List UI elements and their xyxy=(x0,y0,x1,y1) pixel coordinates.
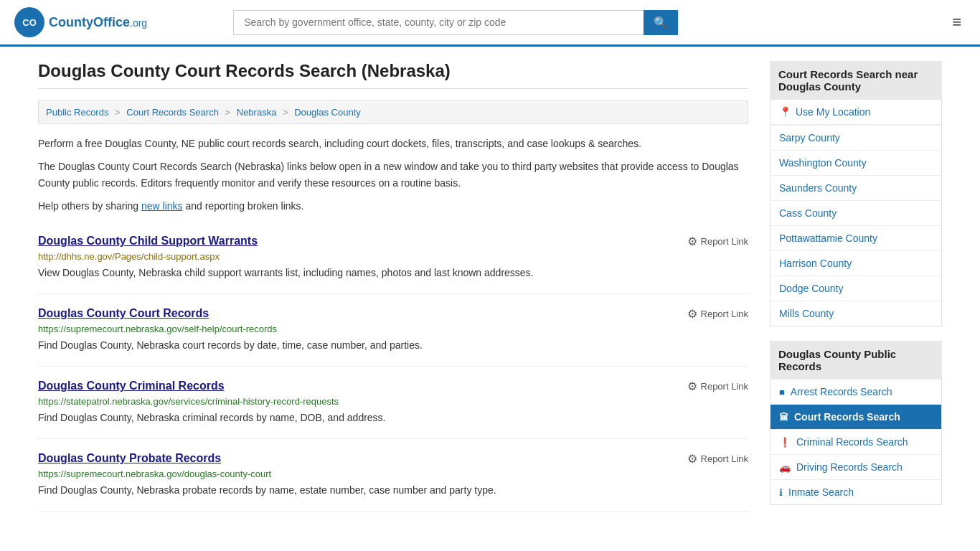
sidebar-item-sarpy[interactable]: Sarpy County xyxy=(771,126,941,151)
breadcrumb-public-records[interactable]: Public Records xyxy=(46,107,108,118)
result-url-3[interactable]: https://statepatrol.nebraska.gov/service… xyxy=(38,396,748,407)
criminal-records-icon: ❗ xyxy=(779,437,791,448)
sidebar-item-criminal-records[interactable]: ❗ Criminal Records Search xyxy=(771,430,941,455)
result-card-1: Douglas County Child Support Warrants ⚙ … xyxy=(38,222,748,294)
report-link-label-1: Report Link xyxy=(701,236,748,247)
sidebar-public-records-section: Douglas County Public Records ■ Arrest R… xyxy=(770,341,942,505)
court-records-link[interactable]: 🏛 Court Records Search xyxy=(771,405,941,429)
sidebar-item-arrest-records[interactable]: ■ Arrest Records Search xyxy=(771,380,941,405)
logo-text: CountyOffice.org xyxy=(49,15,147,30)
pottawattamie-county-link[interactable]: Pottawattamie County xyxy=(771,226,941,250)
breadcrumb-sep-1: > xyxy=(115,107,121,118)
new-links-link[interactable]: new links xyxy=(141,200,183,212)
sidebar-nearby-heading: Court Records Search near Douglas County xyxy=(770,61,942,100)
sidebar-item-pottawattamie[interactable]: Pottawattamie County xyxy=(771,226,941,251)
logo-icon: CO xyxy=(14,7,44,37)
arrest-records-icon: ■ xyxy=(779,387,785,397)
criminal-records-label: Criminal Records Search xyxy=(796,436,908,448)
report-link-btn-2[interactable]: ⚙ Report Link xyxy=(687,307,748,321)
harrison-county-link[interactable]: Harrison County xyxy=(771,251,941,276)
saunders-county-link[interactable]: Saunders County xyxy=(771,176,941,200)
result-header-3: Douglas County Criminal Records ⚙ Report… xyxy=(38,380,748,393)
criminal-records-link[interactable]: ❗ Criminal Records Search xyxy=(771,430,941,454)
result-card-3: Douglas County Criminal Records ⚙ Report… xyxy=(38,367,748,439)
result-title-1[interactable]: Douglas County Child Support Warrants xyxy=(38,235,258,248)
result-header-4: Douglas County Probate Records ⚙ Report … xyxy=(38,452,748,466)
result-desc-2: Find Douglas County, Nebraska court reco… xyxy=(38,338,748,353)
breadcrumb-nebraska[interactable]: Nebraska xyxy=(237,107,277,118)
search-bar: 🔍 xyxy=(233,10,678,35)
result-title-4[interactable]: Douglas County Probate Records xyxy=(38,452,221,465)
result-card-2: Douglas County Court Records ⚙ Report Li… xyxy=(38,294,748,367)
sarpy-county-link[interactable]: Sarpy County xyxy=(771,126,941,150)
report-link-btn-4[interactable]: ⚙ Report Link xyxy=(687,452,748,466)
court-records-label: Court Records Search xyxy=(794,411,900,423)
result-desc-1: View Douglas County, Nebraska child supp… xyxy=(38,265,748,281)
use-location-link[interactable]: 📍 Use My Location xyxy=(771,100,941,125)
sidebar-public-records-list: ■ Arrest Records Search 🏛 Court Records … xyxy=(770,380,942,505)
cass-county-link[interactable]: Cass County xyxy=(771,201,941,225)
inmate-search-link[interactable]: ℹ Inmate Search xyxy=(771,480,941,504)
report-link-btn-1[interactable]: ⚙ Report Link xyxy=(687,235,748,248)
arrest-records-link[interactable]: ■ Arrest Records Search xyxy=(771,380,941,404)
driving-records-label: Driving Records Search xyxy=(796,461,903,473)
intro-paragraph-2: The Douglas County Court Records Search … xyxy=(38,159,748,191)
breadcrumb: Public Records > Court Records Search > … xyxy=(38,100,748,124)
dodge-county-link[interactable]: Dodge County xyxy=(771,276,941,301)
use-location-label: Use My Location xyxy=(796,106,870,118)
result-url-4[interactable]: https://supremecourt.nebraska.gov/dougla… xyxy=(38,468,748,479)
result-url-1[interactable]: http://dhhs.ne.gov/Pages/child-support.a… xyxy=(38,251,748,262)
site-header: CO CountyOffice.org 🔍 ≡ xyxy=(0,0,980,47)
inmate-search-icon: ℹ xyxy=(779,487,783,498)
sidebar-nearby-list: 📍 Use My Location Sarpy County Washingto… xyxy=(770,100,942,326)
sidebar-item-harrison[interactable]: Harrison County xyxy=(771,251,941,276)
breadcrumb-douglas-county[interactable]: Douglas County xyxy=(294,107,361,118)
search-input[interactable] xyxy=(233,10,644,35)
report-link-label-4: Report Link xyxy=(701,453,748,464)
report-icon-3: ⚙ xyxy=(687,380,697,393)
site-logo[interactable]: CO CountyOffice.org xyxy=(14,7,147,37)
report-link-btn-3[interactable]: ⚙ Report Link xyxy=(687,380,748,393)
header-right: ≡ xyxy=(948,9,966,36)
page-title: Douglas County Court Records Search (Neb… xyxy=(38,61,748,89)
sidebar-item-saunders[interactable]: Saunders County xyxy=(771,176,941,201)
sidebar-item-washington[interactable]: Washington County xyxy=(771,151,941,176)
driving-records-icon: 🚗 xyxy=(779,462,791,473)
driving-records-link[interactable]: 🚗 Driving Records Search xyxy=(771,455,941,479)
breadcrumb-court-records-search[interactable]: Court Records Search xyxy=(126,107,219,118)
report-icon-2: ⚙ xyxy=(687,307,697,321)
sidebar-item-mills[interactable]: Mills County xyxy=(771,301,941,326)
location-pin-icon: 📍 xyxy=(779,106,791,118)
inmate-search-label: Inmate Search xyxy=(788,486,854,498)
sidebar-item-inmate-search[interactable]: ℹ Inmate Search xyxy=(771,480,941,504)
report-icon-1: ⚙ xyxy=(687,235,697,248)
content-area: Douglas County Court Records Search (Neb… xyxy=(38,61,748,519)
result-card-4: Douglas County Probate Records ⚙ Report … xyxy=(38,439,748,512)
sidebar-public-records-heading: Douglas County Public Records xyxy=(770,341,942,380)
intro-paragraph-1: Perform a free Douglas County, NE public… xyxy=(38,136,748,151)
menu-button[interactable]: ≡ xyxy=(948,9,966,36)
breadcrumb-sep-3: > xyxy=(283,107,288,118)
sidebar-use-location[interactable]: 📍 Use My Location xyxy=(771,100,941,126)
sidebar-nearby-section: Court Records Search near Douglas County… xyxy=(770,61,942,326)
intro-prefix: Help others by sharing xyxy=(38,200,141,212)
result-desc-3: Find Douglas County, Nebraska criminal r… xyxy=(38,410,748,425)
result-title-2[interactable]: Douglas County Court Records xyxy=(38,307,209,320)
result-desc-4: Find Douglas County, Nebraska probate re… xyxy=(38,483,748,498)
intro-paragraph-3: Help others by sharing new links and rep… xyxy=(38,198,748,214)
search-button[interactable]: 🔍 xyxy=(644,10,678,35)
result-url-2[interactable]: https://supremecourt.nebraska.gov/self-h… xyxy=(38,324,748,334)
sidebar-item-cass[interactable]: Cass County xyxy=(771,201,941,226)
result-title-3[interactable]: Douglas County Criminal Records xyxy=(38,380,225,392)
report-icon-4: ⚙ xyxy=(687,452,697,466)
intro-suffix: and reporting broken links. xyxy=(183,200,304,212)
report-link-label-2: Report Link xyxy=(701,309,748,319)
sidebar-item-court-records[interactable]: 🏛 Court Records Search xyxy=(771,405,941,430)
washington-county-link[interactable]: Washington County xyxy=(771,151,941,175)
report-link-label-3: Report Link xyxy=(701,381,748,392)
main-container: Douglas County Court Records Search (Neb… xyxy=(24,47,956,534)
court-records-icon: 🏛 xyxy=(779,412,788,423)
mills-county-link[interactable]: Mills County xyxy=(771,301,941,326)
sidebar-item-dodge[interactable]: Dodge County xyxy=(771,276,941,301)
sidebar-item-driving-records[interactable]: 🚗 Driving Records Search xyxy=(771,455,941,480)
